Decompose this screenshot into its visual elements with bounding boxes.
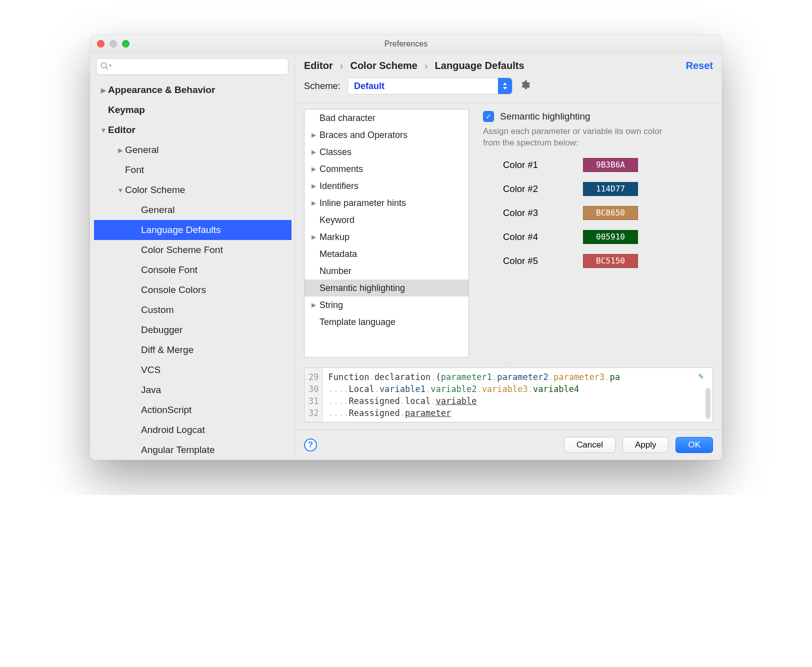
code-area[interactable]: Function.declaration.(parameter1.paramet…: [323, 368, 712, 422]
reset-link[interactable]: Reset: [686, 60, 713, 72]
color-swatch[interactable]: 9B3B6A: [583, 158, 638, 172]
color-row-1: Color #19B3B6A: [503, 158, 710, 172]
sidebar-item-color-scheme[interactable]: ▼Color Scheme: [94, 180, 292, 200]
sidebar-item-font[interactable]: Font: [94, 160, 292, 180]
breadcrumb-editor[interactable]: Editor: [304, 60, 333, 72]
preferences-window: Preferences ▾ ▶Appearance & Behavior Key…: [90, 35, 722, 460]
tree-item-classes[interactable]: ▶Classes: [304, 144, 468, 160]
sidebar-item-editor[interactable]: ▼Editor: [94, 120, 292, 140]
sidebar-item-language-defaults[interactable]: Language Defaults: [94, 220, 292, 240]
search-input[interactable]: [96, 58, 288, 75]
sidebar-item-debugger[interactable]: Debugger: [94, 320, 292, 340]
chevron-down-icon[interactable]: ▾: [109, 62, 112, 68]
color-swatch[interactable]: BC5150: [583, 254, 638, 268]
tree-item-keyword[interactable]: Keyword: [304, 212, 468, 228]
breadcrumb: Editor › Color Scheme › Language Default…: [295, 53, 722, 74]
cancel-button[interactable]: Cancel: [564, 437, 616, 453]
tree-item-markup[interactable]: ▶Markup: [304, 228, 468, 246]
tree-item-comments[interactable]: ▶Comments: [304, 160, 468, 178]
color-swatch[interactable]: 114D77: [583, 182, 638, 196]
sidebar-item-custom[interactable]: Custom: [94, 300, 292, 320]
main-panel: Editor › Color Scheme › Language Default…: [295, 53, 722, 460]
color-swatch[interactable]: BC8650: [583, 206, 638, 220]
edit-icon[interactable]: ✎: [698, 371, 704, 381]
search-icon: [100, 62, 109, 72]
tree-item-template-language[interactable]: Template language: [304, 314, 468, 330]
sidebar-item-console-colors[interactable]: Console Colors: [94, 280, 292, 300]
apply-button[interactable]: Apply: [622, 437, 669, 453]
semantic-description: Assign each parameter or variable its ow…: [483, 126, 673, 149]
tree-item-number[interactable]: Number: [304, 262, 468, 280]
color-row-5: Color #5BC5150: [503, 254, 710, 268]
ok-button[interactable]: OK: [676, 437, 713, 453]
help-icon[interactable]: ?: [304, 438, 317, 452]
sidebar-item-general[interactable]: ▶General: [94, 140, 292, 160]
sidebar-item-actionscript[interactable]: ActionScript: [94, 400, 292, 420]
sidebar-item-vcs[interactable]: VCS: [94, 360, 292, 380]
gutter: 29 30 31 32: [304, 368, 323, 422]
resize-grip-icon[interactable]: ::::::: [295, 360, 722, 366]
chevron-right-icon: ›: [340, 60, 344, 72]
titlebar: Preferences: [90, 35, 722, 53]
color-label: Color #3: [503, 208, 568, 218]
sidebar-item-console-font[interactable]: Console Font: [94, 260, 292, 280]
tree-item-inline-hints[interactable]: ▶Inline parameter hints: [304, 194, 468, 212]
color-label: Color #1: [503, 160, 568, 170]
tree-item-bad-character[interactable]: Bad character: [304, 110, 468, 126]
detail-panel: ✓ Semantic highlighting Assign each para…: [469, 109, 713, 358]
sidebar: ▾ ▶Appearance & Behavior Keymap ▼Editor …: [90, 53, 295, 460]
tree-item-identifiers[interactable]: ▶Identifiers: [304, 178, 468, 194]
updown-icon: [498, 78, 512, 94]
sidebar-item-angular-template[interactable]: Angular Template: [94, 440, 292, 460]
sidebar-item-java[interactable]: Java: [94, 380, 292, 400]
color-row-2: Color #2114D77: [503, 182, 710, 196]
breadcrumb-language-defaults: Language Defaults: [435, 60, 524, 72]
scrollbar[interactable]: [706, 388, 710, 419]
color-label: Color #4: [503, 232, 568, 242]
dialog-footer: ? Cancel Apply OK: [295, 430, 722, 460]
sidebar-item-cs-font[interactable]: Color Scheme Font: [94, 240, 292, 260]
color-label: Color #2: [503, 184, 568, 194]
gear-icon[interactable]: [520, 80, 530, 93]
sidebar-item-appearance[interactable]: ▶Appearance & Behavior: [94, 80, 292, 100]
attribute-tree: Bad character ▶Braces and Operators ▶Cla…: [304, 109, 469, 358]
code-preview: 29 30 31 32 Function.declaration.(parame…: [304, 368, 713, 422]
semantic-highlighting-checkbox[interactable]: ✓: [483, 111, 494, 122]
color-row-4: Color #4005910: [503, 230, 710, 244]
tree-item-semantic-highlighting[interactable]: Semantic highlighting: [304, 280, 468, 296]
nav-tree: ▶Appearance & Behavior Keymap ▼Editor ▶G…: [94, 80, 292, 460]
color-swatch[interactable]: 005910: [583, 230, 638, 244]
tree-item-string[interactable]: ▶String: [304, 296, 468, 314]
tree-item-braces[interactable]: ▶Braces and Operators: [304, 126, 468, 144]
sidebar-item-cs-general[interactable]: General: [94, 200, 292, 220]
semantic-highlighting-label: Semantic highlighting: [500, 111, 590, 122]
window-title: Preferences: [90, 40, 722, 48]
sidebar-item-diff-merge[interactable]: Diff & Merge: [94, 340, 292, 360]
scheme-value: Default: [354, 81, 384, 92]
tree-item-metadata[interactable]: Metadata: [304, 246, 468, 262]
svg-line-1: [106, 67, 108, 70]
sidebar-item-keymap[interactable]: Keymap: [94, 100, 292, 120]
color-row-3: Color #3BC8650: [503, 206, 710, 220]
breadcrumb-color-scheme[interactable]: Color Scheme: [350, 60, 417, 72]
svg-point-0: [101, 62, 106, 68]
color-label: Color #5: [503, 256, 568, 266]
scheme-label: Scheme:: [304, 80, 340, 92]
svg-marker-2: [503, 82, 507, 85]
scheme-select[interactable]: Default: [348, 78, 512, 94]
svg-marker-3: [503, 87, 507, 90]
sidebar-item-android-logcat[interactable]: Android Logcat: [94, 420, 292, 440]
chevron-right-icon: ›: [424, 60, 428, 72]
